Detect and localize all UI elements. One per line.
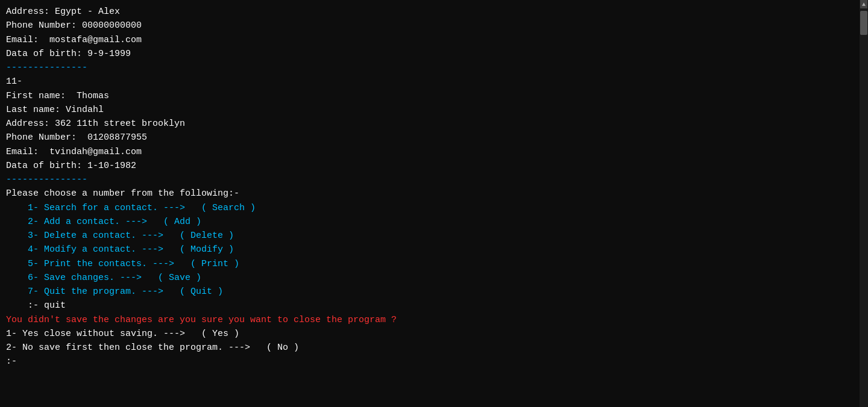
scrollbar[interactable]: ▲: [860, 0, 868, 407]
terminal-line: Data of birth: 9-9-1999: [6, 47, 854, 61]
terminal-line: ---------------: [6, 173, 854, 187]
terminal-line: 2- Add a contact. ---> ( Add ): [6, 215, 854, 229]
terminal: Address: Egypt - AlexPhone Number: 00000…: [0, 0, 860, 407]
terminal-line: Address: Egypt - Alex: [6, 5, 854, 19]
scrollbar-thumb[interactable]: [860, 11, 867, 35]
scroll-up-arrow[interactable]: ▲: [860, 0, 867, 8]
terminal-line: 7- Quit the program. ---> ( Quit ): [6, 285, 854, 299]
terminal-line: Email: tvindah@gmail.com: [6, 145, 854, 159]
terminal-line: Last name: Vindahl: [6, 103, 854, 117]
terminal-line: 11-: [6, 75, 854, 89]
terminal-line: Please choose a number from the followin…: [6, 187, 854, 200]
terminal-line: 1- Yes close without saving. ---> ( Yes …: [6, 327, 854, 341]
terminal-line: You didn't save the changes are you sure…: [6, 313, 854, 327]
terminal-line: Address: 362 11th street brooklyn: [6, 117, 854, 131]
terminal-line: 3- Delete a contact. ---> ( Delete ): [6, 229, 854, 243]
terminal-line: 1- Search for a contact. ---> ( Search ): [6, 201, 854, 215]
terminal-line: Email: mostafa@gmail.com: [6, 33, 854, 47]
terminal-line: 4- Modify a contact. ---> ( Modify ): [6, 243, 854, 256]
terminal-line: Phone Number: 00000000000: [6, 19, 854, 33]
terminal-line: 5- Print the contacts. ---> ( Print ): [6, 257, 854, 271]
terminal-line: :- quit: [6, 299, 854, 312]
terminal-line: 6- Save changes. ---> ( Save ): [6, 271, 854, 285]
terminal-line: ---------------: [6, 61, 854, 75]
terminal-line: :-: [6, 355, 854, 368]
terminal-line: Data of birth: 1-10-1982: [6, 159, 854, 173]
terminal-line: 2- No save first then close the program.…: [6, 341, 854, 355]
terminal-line: First name: Thomas: [6, 89, 854, 103]
terminal-line: Phone Number: 01208877955: [6, 131, 854, 144]
